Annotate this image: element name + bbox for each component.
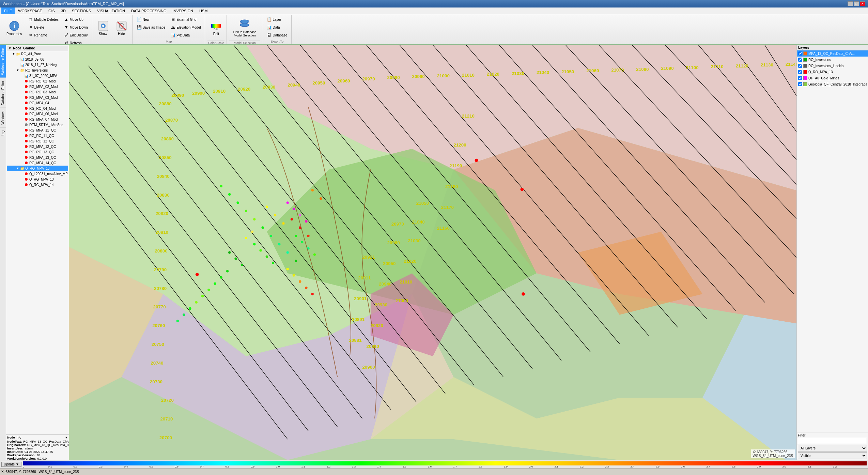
tree-item-rg-ro-04-mod[interactable]: ▶RG_RO_04_Mod — [7, 106, 68, 111]
svg-text:0.3: 0.3 — [99, 465, 103, 468]
svg-point-108 — [286, 268, 289, 270]
tree-item-rg-mpa-06-mod[interactable]: ▶RG_MPA_06_Mod — [7, 111, 68, 117]
layers-all-dropdown[interactable]: All Layers — [798, 445, 867, 451]
menu-workspace[interactable]: WORKSPACE — [15, 7, 45, 14]
node-info-field-value: RG_MPA_13_QC_ResData_ChA8 — [27, 443, 69, 447]
move-up-button[interactable]: ▲ Move Up — [62, 16, 90, 23]
tree-item-rg-mpa-11-qc[interactable]: ▶RG_MPA_11_QC — [7, 127, 68, 133]
hide-button[interactable]: Hide — [113, 16, 130, 40]
svg-point-15 — [25, 96, 28, 99]
link-to-database-button[interactable]: Link to Database Model Selection — [229, 16, 260, 40]
menu-file[interactable]: FILE — [1, 7, 15, 14]
update-button[interactable]: Update ▼ — [1, 462, 21, 467]
elevation-model-button[interactable]: ⛰ Elevation Model — [169, 24, 203, 31]
tree-item-31-07-2020-mpa[interactable]: ▶📊31_07_2020_MPA — [7, 73, 68, 78]
svg-text:0.2: 0.2 — [74, 465, 78, 468]
layer-checkbox[interactable] — [798, 82, 802, 86]
layer-color — [803, 82, 807, 86]
rename-button[interactable]: ✏ Rename — [27, 31, 61, 39]
tree-item-rg-ro-12-qc[interactable]: ▶RG_RO_12_QC — [7, 138, 68, 144]
tree-item-rg-mpa-04[interactable]: ▶RG_MPA_04 — [7, 100, 68, 106]
tree-item-rg-mpa-12-qc[interactable]: ▶RG_MPA_12_QC — [7, 144, 68, 149]
svg-text:20940: 20940 — [379, 281, 391, 287]
svg-text:21210: 21210 — [462, 113, 475, 119]
data-export-button[interactable]: 📊 Data — [265, 24, 289, 31]
layer-checkbox[interactable] — [798, 64, 802, 68]
properties-button[interactable]: i Properties — [3, 16, 25, 40]
menu-gis[interactable]: GIS — [46, 7, 58, 14]
right-panel: Layers MPA_13_QC_ResData_ChA...RO_Invers… — [796, 45, 868, 460]
svg-point-95 — [305, 220, 307, 223]
layer-checkbox[interactable] — [798, 70, 802, 74]
side-tab-windows[interactable]: Windows — [0, 108, 6, 127]
database-export-button[interactable]: 🗄 Database — [265, 31, 289, 39]
edit-colorscale-label: Edit — [213, 32, 219, 36]
menu-3d[interactable]: 3D — [58, 7, 68, 14]
side-tab-database-editor[interactable]: Database Editor — [0, 78, 6, 108]
menu-sections[interactable]: SECTIONS — [69, 7, 94, 14]
menu-data-processing[interactable]: DATA PROCESSING — [128, 7, 169, 14]
map-area[interactable]: 20880 20870 20860 20850 20840 20830 2082… — [69, 45, 796, 460]
layers-visible-dropdown[interactable]: Visible — [798, 452, 867, 459]
side-tab-workspace-editor[interactable]: Workspace Editor — [0, 45, 6, 78]
svg-point-75 — [295, 260, 297, 262]
svg-text:2.2: 2.2 — [580, 465, 584, 468]
bottom-bar: Update ▼ — [0, 460, 868, 468]
maximize-button[interactable]: □ — [854, 1, 859, 6]
new-button[interactable]: 📄 New — [135, 16, 168, 23]
edit-colorscale-button[interactable]: Edit Edit — [207, 16, 224, 40]
tree-item-ro-inversions[interactable]: ▼📁RO_Inversions — [7, 67, 68, 73]
show-button[interactable]: Show — [95, 16, 112, 40]
tree-item-rg-mpa-07-mod[interactable]: ▶RG_MPA_07_Mod — [7, 117, 68, 122]
filter-input[interactable] — [798, 438, 867, 444]
tree-item-q-ro-mpa-13[interactable]: ▼📁Q_RO_MPA_13 — [7, 166, 68, 171]
tree-item-rg-mpa-14-qc[interactable]: ▶RG_MPA_14_QC — [7, 160, 68, 166]
tree-item-q-l20931-newalinv[interactable]: ▶Q_L20931_newAlinv_MPA1_ — [7, 171, 68, 177]
multiple-deletes-button[interactable]: 🗑 Multiple Deletes — [27, 16, 61, 23]
layer-item-qf-au-gold-mines[interactable]: QF_Au_Gold_Mines — [797, 75, 868, 81]
layer-checkbox[interactable] — [798, 58, 802, 62]
layer-checkbox[interactable] — [798, 51, 802, 56]
tree-item-rg-mpa-02-mod[interactable]: ▶RG_MPA_02_Mod — [7, 84, 68, 89]
side-tab-log[interactable]: Log — [0, 127, 6, 139]
tree-item-q-rg-mpa-14[interactable]: ▶Q_RG_MPA_14 — [7, 182, 68, 187]
node-info-field-value: 04-06-2020 14:47:55 — [25, 450, 53, 454]
tree-expander[interactable]: ▼ — [16, 68, 20, 72]
node-info-field-value: RG_MPA_13_QC_ResData_ChA8 — [23, 440, 69, 443]
tree-item-2018-11-27-noneg[interactable]: ▶📊2018_11_27_NoNeg — [7, 62, 68, 67]
tree-expander[interactable]: ▼ — [16, 166, 20, 170]
menu-visualization[interactable]: VISUALIZATION — [94, 7, 128, 14]
tree-item-2018-09-06[interactable]: ▶📊2018_09_06 — [7, 57, 68, 62]
layer-export-button[interactable]: 📋 Layer — [265, 16, 289, 23]
delete-button[interactable]: ✕ Delete — [27, 24, 61, 31]
tree-item-rg-all-proc[interactable]: ▼📁RG_All_Proc — [7, 51, 68, 57]
move-down-button[interactable]: ▼ Move Down — [62, 24, 90, 31]
layer-item-mpa-13-qc[interactable]: MPA_13_QC_ResData_ChA... — [797, 50, 868, 57]
layer-item-geologia[interactable]: Geologia_QF_Central_2018_Integrada — [797, 81, 868, 87]
external-grid-button[interactable]: ⊞ External Grid — [169, 16, 203, 23]
menu-hsm[interactable]: HSM — [197, 7, 210, 14]
hide-icon — [116, 20, 127, 31]
tree-item-rg-mpa-13-qc[interactable]: ▶RG_MPA_13_QC — [7, 155, 68, 160]
tree-expander[interactable]: ▼ — [12, 52, 16, 56]
tree-item-rg-ro-03-mod[interactable]: ▶RG_RO_03_Mod — [7, 89, 68, 95]
tree-item-rg-ro-11-qc[interactable]: ▶RG_RO_11_QC — [7, 133, 68, 138]
minimize-button[interactable]: – — [848, 1, 853, 6]
edit-display-button[interactable]: 🖊 Edit Display — [62, 31, 90, 39]
tree-item-dem-srtm[interactable]: ▶DEM_SRTM_1ArcSec — [7, 122, 68, 127]
side-tabs: Workspace Editor Database Editor Windows… — [0, 45, 6, 460]
tree-item-rg-ro-02-mod[interactable]: ▶RG_RO_02_Mod — [7, 78, 68, 84]
svg-text:21160: 21160 — [437, 226, 450, 231]
tree-item-rg-mpa-03-mod[interactable]: ▶RG_MPA_03_Mod — [7, 95, 68, 100]
layer-item-ro-inversions-lineno[interactable]: RO_Inversions_LineNo — [797, 63, 868, 69]
x-coord: X: 630947, Y: 7796266 — [753, 450, 788, 454]
xyz-data-button[interactable]: 📊 xyz Data — [169, 31, 203, 39]
save-as-image-button[interactable]: 💾 Save as Image — [135, 24, 168, 31]
tree-item-q-rg-mpa-13[interactable]: ▶Q_RG_MPA_13 — [7, 177, 68, 182]
menu-inversion[interactable]: INVERSION — [170, 7, 196, 14]
layer-checkbox[interactable] — [798, 76, 802, 80]
close-button[interactable]: ✕ — [860, 1, 865, 6]
layer-item-ro-inversions[interactable]: RO_Inversions — [797, 57, 868, 63]
tree-item-rg-ro-13-qc[interactable]: ▶RG_RO_13_QC — [7, 149, 68, 155]
layer-item-q-ro-mpa-13[interactable]: Q_RO_MPA_13 — [797, 69, 868, 75]
